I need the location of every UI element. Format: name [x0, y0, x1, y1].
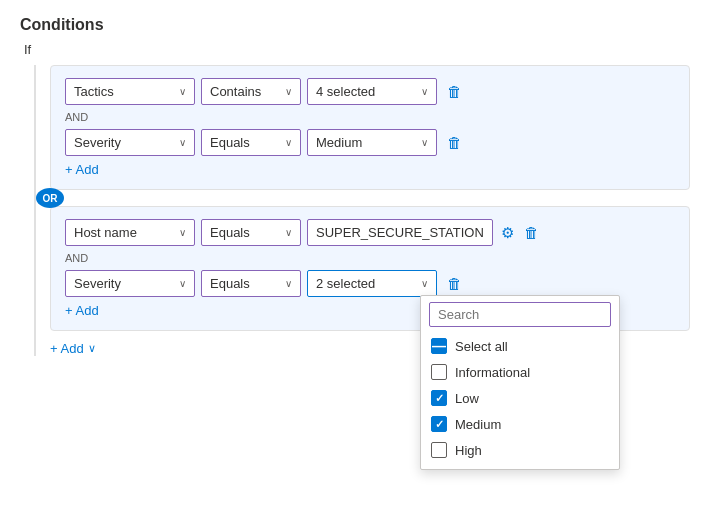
chevron-icon: ∨	[179, 86, 186, 97]
if-label: If	[24, 42, 690, 57]
delete-row-button-2-2[interactable]: 🗑	[447, 275, 462, 292]
chevron-icon: ∨	[421, 137, 428, 148]
search-input[interactable]	[429, 302, 611, 327]
and-label-1: AND	[65, 111, 675, 123]
list-item[interactable]: Informational	[421, 359, 619, 385]
add-condition-button-1[interactable]: + Add	[65, 162, 675, 177]
condition-row-2-1: Host name ∨ Equals ∨ SUPER_SECURE_STATIO…	[65, 219, 675, 246]
field-dropdown-1-2[interactable]: Severity ∨	[65, 129, 195, 156]
checkbox-informational[interactable]	[431, 364, 447, 380]
chevron-icon: ∨	[285, 278, 292, 289]
chevron-icon: ∨	[285, 227, 292, 238]
and-label-2: AND	[65, 252, 675, 264]
value-dropdown-2-2[interactable]: 2 selected ∨	[307, 270, 437, 297]
chevron-icon: ∨	[179, 278, 186, 289]
caret-icon: ∨	[88, 342, 96, 355]
chevron-icon: ∨	[421, 86, 428, 97]
operator-dropdown-2-1[interactable]: Equals ∨	[201, 219, 301, 246]
condition-row-1-2: Severity ∨ Equals ∨ Medium ∨ 🗑	[65, 129, 675, 156]
value-dropdown-1-1[interactable]: 4 selected ∨	[307, 78, 437, 105]
or-badge: OR	[36, 188, 64, 208]
checkbox-low[interactable]: ✓	[431, 390, 447, 406]
operator-dropdown-2-2[interactable]: Equals ∨	[201, 270, 301, 297]
chevron-icon: ∨	[421, 278, 428, 289]
config-icon[interactable]: ⚙	[501, 224, 514, 242]
chevron-icon: ∨	[285, 86, 292, 97]
operator-dropdown-1-2[interactable]: Equals ∨	[201, 129, 301, 156]
field-dropdown-2-2[interactable]: Severity ∨	[65, 270, 195, 297]
field-dropdown-1-1[interactable]: Tactics ∨	[65, 78, 195, 105]
value-dropdown-1-2[interactable]: Medium ∨	[307, 129, 437, 156]
chevron-icon: ∨	[179, 137, 186, 148]
checkbox-high[interactable]	[431, 442, 447, 458]
checkbox-select-all[interactable]: —	[431, 338, 447, 354]
operator-dropdown-1-1[interactable]: Contains ∨	[201, 78, 301, 105]
delete-row-button-1-1[interactable]: 🗑	[447, 83, 462, 100]
chevron-icon: ∨	[285, 137, 292, 148]
severity-dropdown-popup: — Select all Informational ✓ Low ✓ Mediu…	[420, 295, 620, 470]
search-wrap	[421, 296, 619, 333]
list-item[interactable]: — Select all	[421, 333, 619, 359]
condition-row-1-1: Tactics ∨ Contains ∨ 4 selected ∨ 🗑	[65, 78, 675, 105]
vertical-connector	[34, 65, 36, 356]
condition-block-1: Tactics ∨ Contains ∨ 4 selected ∨ 🗑 AND …	[50, 65, 690, 190]
list-item[interactable]: ✓ Medium	[421, 411, 619, 437]
chevron-icon: ∨	[179, 227, 186, 238]
checkbox-medium[interactable]: ✓	[431, 416, 447, 432]
delete-row-button-1-2[interactable]: 🗑	[447, 134, 462, 151]
list-item[interactable]: High	[421, 437, 619, 463]
field-dropdown-2-1[interactable]: Host name ∨	[65, 219, 195, 246]
page-title: Conditions	[20, 16, 690, 34]
value-dropdown-2-1[interactable]: SUPER_SECURE_STATION	[307, 219, 493, 246]
condition-row-2-2: Severity ∨ Equals ∨ 2 selected ∨ 🗑	[65, 270, 675, 297]
delete-row-button-2-1[interactable]: 🗑	[524, 224, 539, 241]
list-item[interactable]: ✓ Low	[421, 385, 619, 411]
